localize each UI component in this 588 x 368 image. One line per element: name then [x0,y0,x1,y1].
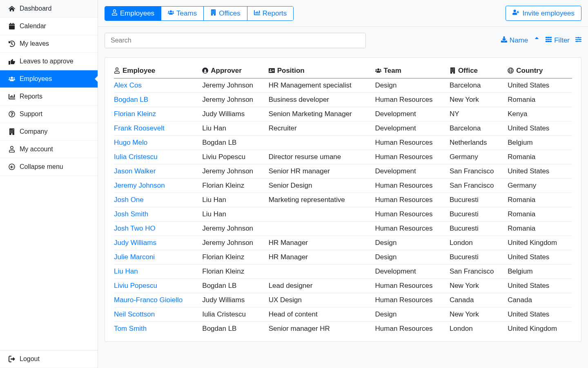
users-icon [375,67,381,74]
employee-link[interactable]: Mauro-Franco Gioiello [114,296,183,304]
cell-employee: Josh One [114,193,202,207]
cell-office: Barcelona [450,79,508,93]
employee-link[interactable]: Judy Williams [114,239,156,247]
employee-link[interactable]: Jeremy Johnson [114,182,165,189]
export-name-button[interactable]: Name [501,36,528,45]
employee-link[interactable]: Josh Two HO [114,224,156,232]
employee-link[interactable]: Liu Han [114,267,138,275]
sidebar-item-dashboard[interactable]: Dashboard [0,0,98,18]
sidebar-item-leaves-to-approve[interactable]: Leaves to approve [0,53,98,70]
id-card-icon [269,67,275,74]
cell-office: Canada [450,293,508,307]
cell-country: Romania [508,150,572,164]
cell-country: Kenya [508,107,572,121]
cell-position [269,136,375,150]
column-header-team[interactable]: Team [375,63,450,79]
grid-icon [546,36,552,45]
sidebar-item-calendar[interactable]: Calendar [0,18,98,35]
cell-approver: Liviu Popescu [202,150,268,164]
cell-position [269,265,375,279]
cell-country: Romania [508,93,572,107]
column-header-approver[interactable]: Approver [202,63,268,79]
cell-office: San Francisco [450,179,508,193]
cell-approver: Liu Han [202,193,268,207]
cell-team: Human Resources [375,150,450,164]
employee-link[interactable]: Josh One [114,196,144,204]
question-circle-icon [8,110,16,118]
sidebar-item-label: Reports [20,93,42,100]
table-row: Alex CosJeremy JohnsonHR Management spec… [114,79,572,93]
cell-country: United States [508,250,572,265]
column-header-label: Office [458,67,478,74]
column-header-office[interactable]: Office [450,63,508,79]
column-header-position[interactable]: Position [269,63,375,79]
employee-link[interactable]: Alex Cos [114,81,142,89]
invite-employees-button[interactable]: Invite employees [506,6,581,21]
employee-link[interactable]: Neil Scottson [114,310,155,318]
sidebar-item-my-account[interactable]: My account [0,141,98,158]
table-row: Josh SmithLiu HanHuman ResourcesBucurest… [114,207,572,222]
column-header-country[interactable]: Country [508,63,572,79]
table-row: Florian KleinzJudy WilliamsSenion Market… [114,107,572,121]
logout-link[interactable]: Logout [0,350,98,368]
employee-link[interactable]: Hugo Melo [114,139,147,146]
cell-approver: Florian Kleinz [202,265,268,279]
users-icon [8,75,16,83]
cell-employee: Hugo Melo [114,136,202,150]
employee-link[interactable]: Florian Kleinz [114,110,156,118]
cell-position: Senior Design [269,179,375,193]
settings-sliders-button[interactable] [575,36,581,45]
sidebar-item-label: My account [20,146,53,153]
employee-link[interactable]: Julie Marconi [114,253,155,261]
search-input[interactable] [105,33,366,48]
cell-position: Head of content [269,307,375,322]
cell-office: London [450,322,508,336]
arrow-circle-left-icon [8,163,16,171]
sort-button[interactable] [534,36,540,45]
employee-link[interactable]: Bogdan LB [114,96,148,103]
building-icon [8,128,16,135]
cell-country: United States [508,121,572,136]
tab-reports[interactable]: Reports [247,7,294,20]
cell-office: Barcelona [450,121,508,136]
cell-office: New York [450,279,508,293]
cell-approver: Jeremy Johnson [202,93,268,107]
employee-link[interactable]: Tom Smith [114,325,147,332]
cell-employee: Jason Walker [114,164,202,179]
cell-country: Germany [508,179,572,193]
cell-office: NY [450,107,508,121]
table-row: Mauro-Franco GioielloJudy WilliamsUX Des… [114,293,572,307]
employee-link[interactable]: Frank Roosevelt [114,124,165,132]
tab-employees[interactable]: Employees [105,7,161,20]
cell-position: UX Design [269,293,375,307]
sidebar-item-employees[interactable]: Employees [0,70,98,88]
sidebar-item-reports[interactable]: Reports [0,88,98,105]
employee-link[interactable]: Jason Walker [114,167,156,175]
sidebar: DashboardCalendarMy leavesLeaves to appr… [0,0,98,368]
tab-offices[interactable]: Offices [204,7,247,20]
sidebar-item-my-leaves[interactable]: My leaves [0,35,98,53]
cell-team: Human Resources [375,293,450,307]
cell-employee: Bogdan LB [114,93,202,107]
main-content: EmployeesTeamsOfficesReports Invite empl… [98,0,588,368]
cell-country: Romania [508,222,572,236]
cell-employee: Alex Cos [114,79,202,93]
sidebar-item-company[interactable]: Company [0,123,98,141]
employee-link[interactable]: Iulia Cristescu [114,153,158,161]
employee-link[interactable]: Josh Smith [114,210,148,218]
sidebar-item-collapse-menu[interactable]: Collapse menu [0,158,98,176]
filter-button[interactable]: Filter [546,36,570,45]
cell-office: Bucuresti [450,222,508,236]
cell-employee: Judy Williams [114,236,202,250]
column-header-employee[interactable]: Employee [114,63,202,79]
employee-table-card: EmployeeApproverPositionTeamOfficeCountr… [105,57,581,342]
cell-country: Canada [508,293,572,307]
user-icon [111,9,118,18]
cell-employee: Liviu Popescu [114,279,202,293]
cell-position: Senior HR manager [269,164,375,179]
sidebar-item-support[interactable]: Support [0,105,98,123]
employee-link[interactable]: Liviu Popescu [114,282,157,289]
tab-teams[interactable]: Teams [161,7,204,20]
sidebar-item-label: My leaves [20,40,49,47]
globe-icon [508,67,514,74]
